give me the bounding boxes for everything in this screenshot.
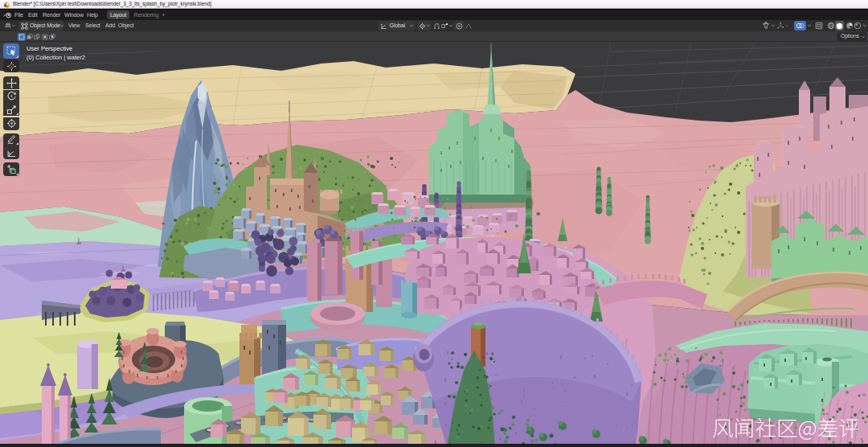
snap-target-icon[interactable] [441,23,448,30]
menu-object[interactable]: Object [118,20,133,31]
menu-view[interactable]: View [68,20,80,31]
add-workspace-button[interactable]: + [162,10,166,20]
subtool-indicator [16,142,18,145]
select-mode-invert[interactable] [41,33,49,41]
chevron-down-icon [448,24,453,27]
workspace-tab-rendering[interactable]: Rendering [133,10,160,19]
move-icon [6,78,17,88]
menu-window[interactable]: Window [64,10,84,20]
cursor-3d-icon [6,61,17,72]
measure-icon [6,148,17,158]
overlays-icon [796,22,805,30]
workspace-tab-layout[interactable]: Layout [107,10,129,19]
rotate-icon [6,91,17,101]
blender-logo-icon [3,10,12,19]
subtool-indicator [16,113,18,115]
tool-transform[interactable] [3,117,19,130]
orientation-label: Global [390,20,405,31]
topbar: File Edit Render Window Help Layout Rend… [0,10,868,20]
chevron-down-icon [59,24,64,27]
visibility-funnel-icon[interactable] [762,22,770,30]
chevron-down-icon [426,24,431,27]
falloff-curve-icon[interactable] [465,23,473,30]
chevron-down-icon [409,24,414,27]
window-title: Blender* [C:\Users\Xpin test\Downloads\b… [13,1,211,6]
proportional-editing-icon [456,23,463,30]
tool-cursor[interactable] [3,59,19,72]
tool-scale[interactable] [3,103,19,116]
mode-dropdown-label: Object Mode [30,20,60,31]
shading-solid-button[interactable] [835,21,844,31]
xray-icon[interactable] [815,22,823,30]
blender-app-icon [3,2,10,8]
tool-measure[interactable] [3,146,19,159]
options-label: Options [841,32,859,41]
tool-rotate[interactable] [3,90,19,103]
chevron-down-icon [861,35,866,39]
tool-options-dropdown[interactable]: Options [837,32,866,41]
tool-settings-bar: Options [0,31,868,42]
orientation-global-icon [380,23,387,30]
chevron-down-icon [862,24,867,27]
select-mode-set[interactable] [18,33,26,41]
menu-help[interactable]: Help [87,10,98,20]
viewport-3d[interactable]: User Perspective (0) Collection | water2… [0,42,868,444]
show-overlays-toggle[interactable] [794,21,806,31]
menu-file[interactable]: File [14,10,23,20]
shading-material-icon[interactable] [845,22,854,30]
select-mode-intersect[interactable] [48,33,56,41]
tool-annotate[interactable] [3,133,19,146]
viewport-toolbar [3,43,19,176]
viewport-header: Object Mode View Select Add Object Globa… [0,20,868,31]
transform-icon [6,118,17,129]
menu-edit[interactable]: Edit [28,10,37,20]
select-mode-subtract[interactable] [33,33,41,41]
snap-magnet-icon[interactable] [433,23,440,30]
pivot-point-icon [419,23,426,30]
tool-select-box[interactable] [3,43,19,59]
chevron-down-icon [807,24,812,27]
chevron-down-icon [11,24,16,27]
shading-solid-icon [836,23,843,30]
subtool-indicator [16,55,18,58]
os-titlebar: Blender* [C:\Users\Xpin test\Downloads\b… [0,0,868,9]
chevron-down-icon [784,24,789,27]
menu-select[interactable]: Select [85,20,100,31]
watermark [710,412,863,444]
menu-render[interactable]: Render [43,10,60,20]
shading-rendered-icon[interactable] [854,22,862,30]
viewport-scene [0,42,868,444]
tool-add-cube[interactable] [3,162,19,176]
shading-wireframe-icon[interactable] [827,22,835,30]
chevron-down-icon [771,24,776,27]
object-mode-icon [21,23,28,30]
menu-add[interactable]: Add [105,20,115,31]
blender-window: Blender* [C:\Users\Xpin test\Downloads\b… [0,0,868,447]
editor-3d-viewport-icon[interactable] [5,22,11,30]
gizmo-icon[interactable] [776,22,784,30]
bottom-strip [0,444,868,447]
tool-move[interactable] [3,76,19,89]
subtool-indicator [16,173,18,175]
select-mode-extend[interactable] [26,33,34,41]
